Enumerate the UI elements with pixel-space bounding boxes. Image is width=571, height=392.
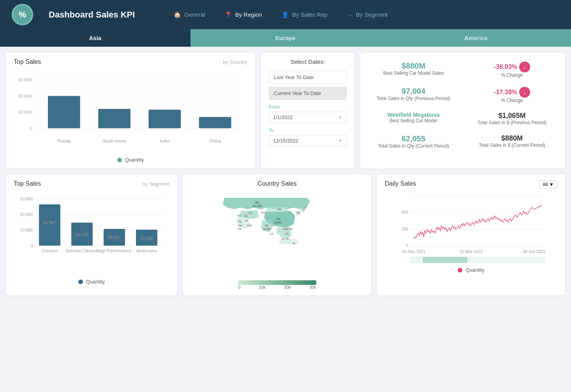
segment-subtitle: by Segment bbox=[143, 181, 169, 187]
svg-rect-8 bbox=[48, 96, 80, 128]
subnav-asia[interactable]: Asia bbox=[0, 29, 190, 47]
legend-scale: 0 10k 20k 30k bbox=[238, 285, 316, 290]
daily-sales-header: Daily Sales All ▼ bbox=[385, 180, 557, 189]
sub-nav: Asia Europe America bbox=[0, 29, 571, 47]
country-sales-title: Country Sales bbox=[191, 180, 363, 187]
svg-text:200: 200 bbox=[402, 227, 409, 231]
app-title: Dashboard Sales KPI bbox=[49, 10, 135, 20]
home-icon: 🏠 bbox=[174, 11, 181, 18]
svg-text:TL: TL bbox=[292, 242, 296, 245]
daily-chart-svg: 400 200 0 31-Dec-2021 31-Mar-2022 30-Jun… bbox=[385, 191, 557, 265]
svg-text:10 000: 10 000 bbox=[20, 228, 33, 232]
daily-title: Daily Sales bbox=[385, 180, 416, 187]
svg-text:31-Dec-2021: 31-Dec-2021 bbox=[402, 250, 426, 254]
svg-text:400: 400 bbox=[402, 210, 409, 214]
legend-gradient bbox=[238, 280, 316, 285]
svg-text:MN: MN bbox=[277, 207, 282, 211]
svg-rect-24 bbox=[39, 204, 60, 246]
down-circle-1: ↓ bbox=[519, 62, 530, 72]
svg-text:22,005: 22,005 bbox=[253, 204, 262, 208]
from-date-arrow: ▼ bbox=[338, 115, 342, 120]
svg-text:Classics: Classics bbox=[42, 248, 58, 253]
chart-legend: Quantity bbox=[14, 157, 247, 163]
svg-text:SG: SG bbox=[281, 237, 286, 241]
segment-chart-area: 30 000 20 000 10 000 0 26,387 Classics 1… bbox=[14, 191, 169, 277]
svg-text:0: 0 bbox=[406, 243, 408, 248]
to-date-arrow: ▼ bbox=[338, 139, 342, 143]
top-sales-country-card: Top Sales by Country 30 000 20 000 10 00… bbox=[6, 53, 255, 169]
segment-legend-dot bbox=[78, 279, 83, 284]
header: % Dashboard Sales KPI 🏠 General 📍 By Reg… bbox=[0, 0, 571, 29]
subnav-europe[interactable]: Europe bbox=[190, 29, 381, 47]
svg-text:YE: YE bbox=[238, 227, 241, 231]
logo-text: % bbox=[19, 10, 26, 20]
svg-text:10,206: 10,206 bbox=[140, 236, 153, 241]
current-year-btn[interactable]: Current Year To Date bbox=[269, 87, 347, 100]
top-sales-segment-card: Top Sales by Segment 30 000 20 000 10 00… bbox=[6, 174, 177, 295]
svg-text:14,642: 14,642 bbox=[75, 232, 88, 237]
country-sales-map: RU 22,005 CN 8,913 IN 12,452 MN KZ KG KP… bbox=[191, 191, 363, 277]
nav-by-region[interactable]: 📍 By Region bbox=[225, 11, 262, 18]
svg-rect-72 bbox=[423, 257, 467, 263]
to-date-value: 12/15/2022 bbox=[273, 138, 298, 144]
top-row: Top Sales by Country 30 000 20 000 10 00… bbox=[6, 53, 565, 169]
svg-text:Russia: Russia bbox=[57, 139, 71, 143]
svg-text:ID: ID bbox=[286, 237, 289, 241]
svg-text:8,913: 8,913 bbox=[275, 221, 282, 224]
svg-text:30 000: 30 000 bbox=[18, 77, 32, 82]
subnav-america[interactable]: America bbox=[381, 29, 571, 47]
svg-text:German Classics: German Classics bbox=[65, 248, 98, 253]
svg-text:0: 0 bbox=[31, 243, 33, 248]
svg-rect-12 bbox=[149, 110, 181, 128]
to-date-select[interactable]: 12/15/2022 ▼ bbox=[269, 135, 347, 146]
from-label: From bbox=[269, 104, 347, 110]
kpi-best-sales-change: -36.03% ↓ % Change bbox=[465, 58, 559, 82]
svg-text:JP: JP bbox=[303, 207, 307, 210]
date-title: Select Dates: bbox=[269, 58, 347, 65]
nav-segment-label: By Segment bbox=[356, 11, 388, 18]
svg-text:India: India bbox=[160, 139, 170, 143]
svg-text:IQ: IQ bbox=[239, 220, 242, 223]
all-dropdown[interactable]: All ▼ bbox=[539, 180, 557, 189]
nav-by-sales-rep[interactable]: 👤 By Sales Rep bbox=[282, 11, 328, 18]
svg-text:31-Mar-2022: 31-Mar-2022 bbox=[460, 250, 483, 254]
map-legend: 0 10k 20k 30k bbox=[191, 280, 363, 290]
svg-text:10 000: 10 000 bbox=[18, 110, 32, 114]
svg-rect-14 bbox=[199, 117, 231, 128]
nav-region-label: By Region bbox=[235, 11, 262, 18]
filter-arrow: ▼ bbox=[549, 182, 554, 187]
svg-text:10,820: 10,820 bbox=[108, 235, 121, 240]
main-content: Top Sales by Country 30 000 20 000 10 00… bbox=[0, 47, 571, 301]
person-icon: 👤 bbox=[282, 11, 289, 18]
svg-text:12,452: 12,452 bbox=[262, 227, 271, 231]
nav-by-segment[interactable]: ⋯ By Segment bbox=[347, 11, 388, 18]
svg-text:Americana: Americana bbox=[136, 248, 157, 253]
to-label: To bbox=[269, 128, 347, 133]
from-date-value: 1/1/2022 bbox=[273, 114, 293, 120]
svg-text:VN: VN bbox=[285, 232, 289, 236]
svg-text:30-Jun-2022: 30-Jun-2022 bbox=[523, 250, 546, 254]
svg-text:PH: PH bbox=[289, 227, 293, 231]
daily-legend: Quantity bbox=[385, 267, 557, 273]
segment-title: Top Sales bbox=[14, 180, 41, 187]
date-selector-card: Select Dates: Last Year To Date Current … bbox=[261, 53, 354, 169]
svg-text:TR: TR bbox=[237, 214, 241, 218]
svg-text:20 000: 20 000 bbox=[18, 94, 32, 98]
top-sales-chart-area: 30 000 20 000 10 000 0 Russia South kore… bbox=[14, 69, 247, 155]
svg-text:0: 0 bbox=[29, 126, 32, 131]
svg-text:AZ: AZ bbox=[244, 214, 248, 218]
kpi-total-qty-change: -17.38% ↓ % Change bbox=[465, 84, 559, 107]
legend-label: Quantity bbox=[125, 157, 144, 163]
segment-chart-header: Top Sales by Segment bbox=[14, 180, 169, 187]
svg-text:KZ: KZ bbox=[248, 211, 252, 214]
bar-chart-svg: 30 000 20 000 10 000 0 Russia South kore… bbox=[14, 69, 247, 155]
kpi-total-qty-curr: 62,055 Total Sales in Qty (Current Perio… bbox=[366, 131, 461, 153]
svg-rect-10 bbox=[98, 109, 130, 128]
nav-general[interactable]: 🏠 General bbox=[174, 11, 205, 18]
kpi-total-sales-curr: $880M Total Sales in $ (Current Period) bbox=[465, 131, 559, 153]
svg-text:KP: KP bbox=[297, 211, 301, 214]
kpi-total-qty-prev: 97,004 Total Sales in Qty (Previous Peri… bbox=[366, 84, 461, 107]
location-icon: 📍 bbox=[225, 11, 232, 18]
from-date-select[interactable]: 1/1/2022 ▼ bbox=[269, 112, 347, 123]
last-year-btn[interactable]: Last Year To Date bbox=[269, 71, 347, 84]
